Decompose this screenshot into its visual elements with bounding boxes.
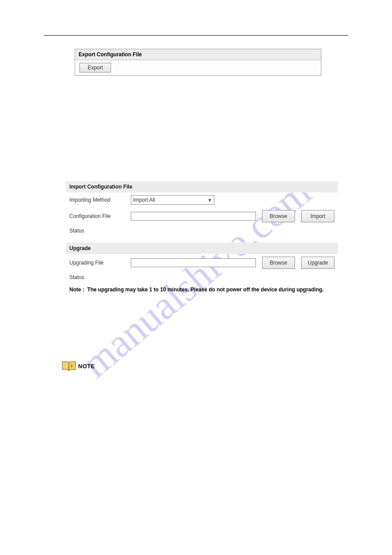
upgrade-file-label: Upgrading File bbox=[69, 260, 131, 266]
import-file-input[interactable] bbox=[131, 212, 256, 221]
top-divider bbox=[44, 35, 348, 36]
import-browse-button[interactable]: Browse bbox=[262, 210, 295, 222]
note-callout-label: NOTE bbox=[78, 363, 95, 370]
export-config-panel: Export Configuration File Export bbox=[75, 49, 321, 76]
upgrade-file-input[interactable] bbox=[131, 258, 256, 267]
chevron-down-icon: ▼ bbox=[208, 198, 212, 203]
import-method-value: Import All bbox=[133, 197, 155, 203]
import-header: Import Configuration File bbox=[66, 181, 338, 192]
import-method-row: Importing Method Import All ▼ bbox=[66, 192, 338, 207]
upgrade-note: Note : The upgrading may take 1 to 10 mi… bbox=[66, 283, 338, 294]
upgrade-file-row: Upgrading File Browse Upgrade bbox=[66, 254, 338, 272]
upgrade-status-row: Status bbox=[66, 272, 338, 283]
svg-text:i: i bbox=[71, 363, 72, 368]
upgrade-button[interactable]: Upgrade bbox=[301, 257, 334, 269]
note-callout: i NOTE bbox=[61, 360, 348, 372]
import-file-row: Configuration File Browse Import bbox=[66, 207, 338, 225]
import-status-label: Status bbox=[69, 228, 131, 234]
export-header: Export Configuration File bbox=[75, 49, 321, 60]
upgrade-status-label: Status bbox=[69, 274, 131, 280]
upgrade-browse-button[interactable]: Browse bbox=[262, 257, 295, 269]
upgrade-note-text: The upgrading may take 1 to 10 minutes. … bbox=[87, 287, 324, 293]
import-method-select[interactable]: Import All ▼ bbox=[131, 195, 214, 205]
import-button[interactable]: Import bbox=[301, 210, 334, 222]
import-status-row: Status bbox=[66, 225, 338, 236]
import-file-label: Configuration File bbox=[69, 213, 131, 219]
import-config-panel: Import Configuration File Importing Meth… bbox=[66, 181, 338, 236]
page-content: Export Configuration File Export Import … bbox=[0, 0, 392, 389]
upgrade-panel: Upgrade Upgrading File Browse Upgrade St… bbox=[66, 243, 338, 294]
upgrade-header: Upgrade bbox=[66, 243, 338, 254]
export-button[interactable]: Export bbox=[79, 63, 111, 73]
export-body: Export bbox=[75, 60, 321, 75]
import-method-label: Importing Method bbox=[69, 197, 131, 203]
upgrade-note-label: Note : bbox=[69, 287, 84, 293]
note-book-icon: i bbox=[61, 360, 76, 372]
